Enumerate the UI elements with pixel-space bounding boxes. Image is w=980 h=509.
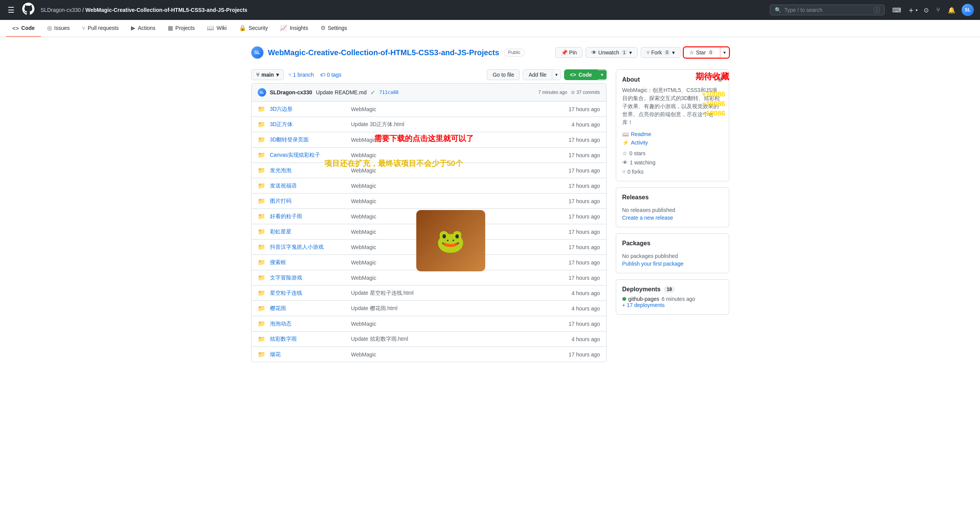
add-file-button[interactable]: Add file bbox=[523, 70, 552, 80]
file-name-link[interactable]: 发光泡泡 bbox=[270, 167, 347, 174]
tab-issues[interactable]: ◎ Issues bbox=[41, 20, 76, 37]
add-file-button-group: Add file ▾ bbox=[523, 69, 561, 80]
breadcrumb-owner[interactable]: SLDragon-cx330 bbox=[41, 7, 81, 13]
file-name-link[interactable]: 烟花 bbox=[270, 351, 347, 358]
tab-projects-label: Projects bbox=[175, 25, 195, 31]
branch-meta: ⑂ 1 branch 🏷 0 tags bbox=[288, 72, 341, 78]
add-file-dropdown-button[interactable]: ▾ bbox=[552, 70, 561, 79]
tab-wiki[interactable]: 📖 Wiki bbox=[201, 20, 232, 37]
table-row: 📁 泡泡动态 WebMagic 17 hours ago bbox=[252, 316, 606, 332]
deployments-section: Deployments 18 github-pages 6 minutes ag… bbox=[616, 279, 729, 315]
code-button-group: <> Code ▾ bbox=[564, 69, 606, 80]
file-name-link[interactable]: 彩虹星星 bbox=[270, 228, 347, 235]
activity-link[interactable]: ⚡ Activity bbox=[622, 140, 723, 146]
file-name-link[interactable]: 3D翻转登录页面 bbox=[270, 136, 347, 143]
folder-icon: 📁 bbox=[258, 182, 265, 189]
tag-count-link[interactable]: 🏷 0 tags bbox=[320, 72, 342, 78]
file-name-link[interactable]: 图片打码 bbox=[270, 198, 347, 205]
tab-insights[interactable]: 📈 Insights bbox=[274, 20, 314, 37]
breadcrumb-separator: / bbox=[82, 7, 84, 13]
file-name-link[interactable]: 樱花雨 bbox=[270, 305, 347, 312]
fork-stat-icon: ⑂ bbox=[622, 169, 625, 175]
fork-button[interactable]: ⑂ Fork 0 ▾ bbox=[641, 47, 681, 58]
commit-message[interactable]: Update README.md bbox=[316, 89, 366, 95]
tab-pull-requests[interactable]: ⑂ Pull requests bbox=[76, 20, 125, 37]
terminal-button[interactable]: ⌨ bbox=[891, 5, 903, 15]
commit-count[interactable]: ⊙ 37 commits bbox=[571, 90, 600, 95]
publish-package-link[interactable]: Publish your first package bbox=[622, 261, 684, 267]
branch-count-link[interactable]: ⑂ 1 branch bbox=[288, 72, 314, 78]
tab-projects[interactable]: ▦ Projects bbox=[162, 20, 201, 37]
hamburger-menu-button[interactable]: ☰ bbox=[6, 4, 16, 16]
pin-button[interactable]: 📌 Pin bbox=[555, 47, 582, 58]
folder-icon: 📁 bbox=[258, 351, 265, 358]
file-name-link[interactable]: Canvas实现炫彩粒子 bbox=[270, 152, 347, 159]
file-commit-time: 17 hours ago bbox=[554, 198, 600, 204]
code-chevron-icon: ▾ bbox=[601, 72, 603, 77]
notifications-button[interactable]: 🔔 bbox=[946, 5, 957, 15]
fork-label: Fork bbox=[651, 49, 662, 56]
tab-code[interactable]: <> Code bbox=[6, 20, 41, 37]
go-to-file-button[interactable]: Go to file bbox=[487, 69, 520, 80]
folder-icon: 📁 bbox=[258, 320, 265, 327]
no-packages-text: No packages published bbox=[622, 253, 723, 259]
tab-security[interactable]: 🔒 Security bbox=[233, 20, 274, 37]
watching-stat[interactable]: 👁 1 watching bbox=[622, 159, 723, 166]
create-new-button[interactable]: ＋ ▾ bbox=[907, 5, 918, 15]
issues-tab-icon: ◎ bbox=[47, 25, 52, 31]
table-row: 📁 好看的粒子雨 WebMagic 17 hours ago bbox=[252, 209, 606, 224]
file-name-link[interactable]: 星空粒子连线 bbox=[270, 290, 347, 297]
file-name-link[interactable]: 发送祝福语 bbox=[270, 182, 347, 189]
search-box[interactable]: 🔍 / bbox=[770, 5, 885, 15]
commit-hash[interactable]: 711ca88 bbox=[379, 90, 399, 95]
commit-author-name[interactable]: SLDragon-cx330 bbox=[270, 89, 312, 95]
file-name-link[interactable]: 好看的粒子雨 bbox=[270, 213, 347, 220]
about-settings-button[interactable]: ⚙ bbox=[717, 76, 723, 83]
pull-requests-button[interactable]: ⑂ bbox=[935, 5, 942, 15]
star-button[interactable]: ☆ Star 0 bbox=[684, 48, 720, 57]
file-commit-message: WebMagic bbox=[351, 152, 550, 158]
star-button-group: ☆ Star 0 ▾ bbox=[684, 47, 729, 58]
file-commit-time: 17 hours ago bbox=[554, 183, 600, 189]
avatar[interactable]: SL bbox=[962, 4, 974, 16]
issues-button[interactable]: ⊙ bbox=[922, 5, 930, 15]
watch-count-badge: 1 bbox=[621, 50, 628, 55]
folder-icon: 📁 bbox=[258, 228, 265, 235]
file-name-link[interactable]: 泡泡动态 bbox=[270, 320, 347, 327]
file-commit-message: WebMagic bbox=[351, 183, 550, 189]
create-release-link[interactable]: Create a new release bbox=[622, 215, 673, 221]
star-label: Star bbox=[696, 49, 706, 56]
star-dropdown-button[interactable]: ▾ bbox=[720, 48, 729, 57]
file-name-link[interactable]: 抖音汉字鬼抓人小游戏 bbox=[270, 244, 347, 251]
readme-link[interactable]: 📖 Readme bbox=[622, 131, 723, 137]
watch-button[interactable]: 👁 Unwatch 1 ▾ bbox=[586, 47, 638, 58]
breadcrumb-repo[interactable]: WebMagic-Creative-Collection-of-HTML5-CS… bbox=[85, 7, 247, 13]
tab-settings[interactable]: ⚙ Settings bbox=[314, 20, 353, 37]
deploy-name[interactable]: github-pages bbox=[628, 296, 659, 302]
file-table: SL SLDragon-cx330 Update README.md ✓ 711… bbox=[251, 83, 607, 362]
repo-name[interactable]: WebMagic-Creative-Collection-of-HTML5-CS… bbox=[268, 48, 499, 57]
top-nav-icons: ⌨ ＋ ▾ ⊙ ⑂ 🔔 SL bbox=[891, 4, 974, 16]
file-name-link[interactable]: 文字冒险游戏 bbox=[270, 274, 347, 281]
github-logo-icon[interactable] bbox=[22, 3, 34, 17]
file-name-link[interactable]: 炫彩数字雨 bbox=[270, 336, 347, 343]
commit-count-label: 37 commits bbox=[576, 90, 600, 95]
commit-header: SL SLDragon-cx330 Update README.md ✓ 711… bbox=[252, 84, 606, 102]
file-name-link[interactable]: 3D六边形 bbox=[270, 106, 347, 113]
code-button[interactable]: <> Code bbox=[564, 70, 597, 80]
star-dropdown-chevron-icon: ▾ bbox=[723, 50, 726, 55]
code-dropdown-button[interactable]: ▾ bbox=[598, 70, 606, 79]
tab-actions[interactable]: ▶ Actions bbox=[125, 20, 162, 37]
folder-icon: 📁 bbox=[258, 274, 265, 281]
more-deployments-link[interactable]: + 17 deployments bbox=[622, 302, 665, 308]
file-name-link[interactable]: 3D正方体 bbox=[270, 121, 347, 128]
about-description: WebMagic：创意HTML5、CSS3和JS项目的集合。探索交互式的3D翻转… bbox=[622, 86, 723, 126]
file-name-link[interactable]: 搜索框 bbox=[270, 259, 347, 266]
branch-selector[interactable]: ⑂ main ▾ bbox=[251, 69, 284, 80]
stars-stat[interactable]: ☆ 0 stars bbox=[622, 150, 723, 156]
forks-stat[interactable]: ⑂ 0 forks bbox=[622, 169, 723, 175]
go-to-file-label: Go to file bbox=[492, 72, 514, 78]
folder-icon: 📁 bbox=[258, 305, 265, 312]
branch-count-icon: ⑂ bbox=[288, 72, 291, 78]
search-input[interactable] bbox=[784, 7, 871, 13]
